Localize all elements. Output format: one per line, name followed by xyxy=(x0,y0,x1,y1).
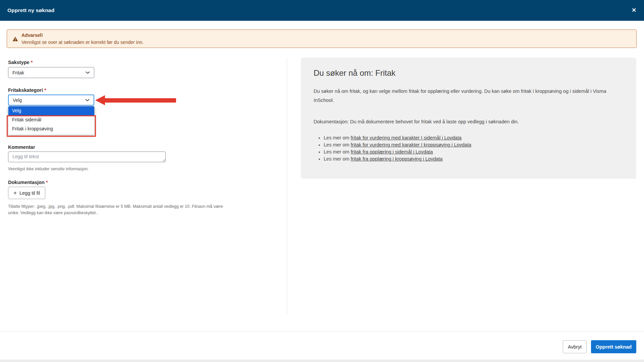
list-item: Les mer om fritak for vurdering med kara… xyxy=(324,141,624,148)
lovdata-link-opplaering-sidemal[interactable]: fritak fra opplæring i sidemål i Lovdata xyxy=(351,149,433,155)
create-application-button[interactable]: Opprett søknad xyxy=(591,340,636,353)
fritakskategori-select[interactable]: Velg xyxy=(8,95,94,106)
lovdata-link-vurdering-sidemal[interactable]: fritak for vurdering med karakter I side… xyxy=(351,135,462,140)
fritakskategori-label: Fritakskategori * xyxy=(8,87,46,93)
modal-header: Opprett ny søknad ✕ xyxy=(0,0,644,21)
footer-separator xyxy=(0,331,644,331)
chevron-down-icon xyxy=(86,70,90,75)
modal-bottom-edge xyxy=(0,360,644,362)
info-panel-heading: Du søker nå om: Fritak xyxy=(314,68,624,78)
dokumentasjon-helper-text: Tillatte filtyper: .jpeg, .jpg, .png, .p… xyxy=(8,203,224,217)
chevron-down-icon xyxy=(85,98,90,102)
add-file-button-label: Legg til fil xyxy=(19,190,40,196)
cancel-button[interactable]: Avbryt xyxy=(563,340,587,353)
modal-title: Opprett ny søknad xyxy=(0,7,54,13)
info-paragraph-1: Du søker nå om fritak, og kan velge mell… xyxy=(314,87,624,105)
required-asterisk: * xyxy=(31,60,33,65)
list-item: Les mer om fritak fra opplæring i kropps… xyxy=(324,156,624,162)
dropdown-option-fritak-kroppsoving[interactable]: Fritak i kroppsøving xyxy=(8,124,94,133)
required-asterisk: * xyxy=(44,87,46,93)
column-divider xyxy=(287,58,287,314)
info-link-list: Les mer om fritak for vurdering med kara… xyxy=(314,134,624,162)
dokumentasjon-label: Dokumentasjon * xyxy=(8,180,48,185)
sakstype-select[interactable]: Fritak xyxy=(8,67,94,78)
kommentar-helper-text: Vennligst ikke inkluder sensitiv informa… xyxy=(8,166,89,172)
warning-triangle-icon xyxy=(12,36,18,42)
lovdata-link-vurdering-kroppsoving[interactable]: fritak for vurdering med karakter I krop… xyxy=(351,142,471,147)
create-application-modal: Opprett ny søknad ✕ Advarsel! Vennligst … xyxy=(0,0,644,362)
required-asterisk: * xyxy=(46,180,48,185)
warning-message: Vennligst se over at søknaden er korrekt… xyxy=(21,39,144,46)
dropdown-option-velg[interactable]: Velg xyxy=(8,106,94,115)
list-item: Les mer om fritak for vurdering med kara… xyxy=(324,134,624,141)
lovdata-link-opplaering-kroppsoving[interactable]: fritak fra opplæring i kroppsøving i Lov… xyxy=(351,156,443,162)
add-file-button[interactable]: + Legg til fil xyxy=(8,187,45,199)
kommentar-input[interactable] xyxy=(8,152,166,162)
warning-banner: Advarsel! Vennligst se over at søknaden … xyxy=(7,29,637,48)
kommentar-label: Kommentar xyxy=(8,144,35,150)
plus-icon: + xyxy=(13,190,17,196)
close-icon[interactable]: ✕ xyxy=(629,5,639,16)
info-panel: Du søker nå om: Fritak Du søker nå om fr… xyxy=(301,58,636,179)
red-arrow-annotation-shaft xyxy=(104,98,176,103)
fritakskategori-dropdown-list: Velg Fritak sidemål Fritak i kroppsøving xyxy=(8,106,95,135)
sakstype-label: Sakstype * xyxy=(8,60,33,65)
info-paragraph-2: Dokumentasjon: Du må dokumentere behovet… xyxy=(314,117,624,126)
list-item: Les mer om fritak fra opplæring i sidemå… xyxy=(324,148,624,155)
warning-text: Advarsel! Vennligst se over at søknaden … xyxy=(21,32,144,46)
red-arrow-annotation-head xyxy=(95,95,105,105)
warning-title: Advarsel! xyxy=(21,32,144,39)
dropdown-option-fritak-sidemal[interactable]: Fritak sidemål xyxy=(8,115,94,124)
